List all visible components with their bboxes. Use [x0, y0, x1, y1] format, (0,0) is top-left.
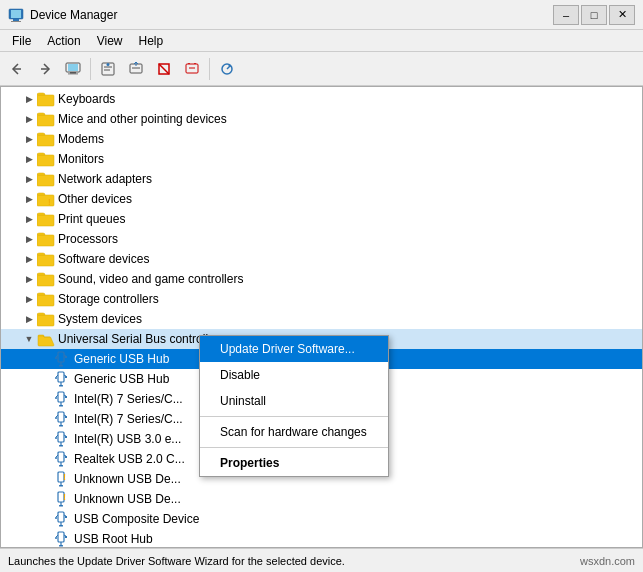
expand-icon[interactable]: ▶ [21, 314, 37, 324]
expand-icon[interactable]: ▶ [21, 154, 37, 164]
usb-icon [53, 411, 71, 427]
tree-item-processors[interactable]: ▶Processors [1, 229, 642, 249]
expand-icon[interactable]: ▶ [21, 194, 37, 204]
usb-warn-icon: ! [53, 491, 71, 507]
expand-icon[interactable]: ▶ [21, 214, 37, 224]
title-bar: Device Manager – □ ✕ [0, 0, 643, 30]
svg-point-61 [55, 417, 57, 419]
svg-rect-23 [37, 95, 54, 106]
usb-icon [53, 351, 71, 367]
context-menu-item-properties[interactable]: Properties [200, 450, 388, 476]
folder-icon [37, 111, 55, 127]
usb-icon [53, 391, 71, 407]
tree-item-unknown2[interactable]: !Unknown USB De... [1, 489, 642, 509]
status-right: wsxdn.com [580, 555, 635, 567]
tree-item-network[interactable]: ▶Network adapters [1, 169, 642, 189]
svg-rect-2 [13, 19, 19, 21]
app-icon [8, 7, 24, 23]
svg-rect-95 [59, 545, 63, 547]
tree-item-software[interactable]: ▶Software devices [1, 249, 642, 269]
expand-icon[interactable]: ▶ [21, 114, 37, 124]
tree-item-label: Modems [58, 132, 104, 146]
tree-item-roothub1[interactable]: USB Root Hub [1, 529, 642, 547]
folder-icon [37, 311, 55, 327]
tree-item-monitors[interactable]: ▶Monitors [1, 149, 642, 169]
computer-button[interactable] [60, 56, 86, 82]
tree-item-other[interactable]: ▶!Other devices [1, 189, 642, 209]
tree-item-label: Sound, video and game controllers [58, 272, 243, 286]
svg-rect-52 [59, 405, 63, 407]
window-controls: – □ ✕ [553, 5, 635, 25]
svg-line-17 [159, 64, 169, 74]
menu-view[interactable]: View [89, 32, 131, 50]
back-button[interactable] [4, 56, 30, 82]
device-tree[interactable]: ▶Keyboards▶Mice and other pointing devic… [1, 87, 642, 547]
svg-rect-30 [37, 215, 54, 226]
svg-rect-77 [65, 456, 67, 458]
folder-icon [37, 271, 55, 287]
forward-button[interactable] [32, 56, 58, 82]
expand-icon[interactable]: ▶ [21, 294, 37, 304]
menu-help[interactable]: Help [131, 32, 172, 50]
minimize-button[interactable]: – [553, 5, 579, 25]
context-menu-item-uninstall[interactable]: Uninstall [200, 388, 388, 414]
tree-item-mice[interactable]: ▶Mice and other pointing devices [1, 109, 642, 129]
usb-icon [53, 431, 71, 447]
tree-item-label: Intel(R) 7 Series/C... [74, 392, 183, 406]
context-menu-item-update[interactable]: Update Driver Software... [200, 336, 388, 362]
tree-item-label: Processors [58, 232, 118, 246]
expand-icon[interactable]: ▶ [21, 134, 37, 144]
tree-item-print[interactable]: ▶Print queues [1, 209, 642, 229]
tree-item-label: Unknown USB De... [74, 472, 181, 486]
svg-rect-33 [37, 275, 54, 286]
tree-item-label: Mice and other pointing devices [58, 112, 227, 126]
svg-text:!: ! [48, 197, 51, 207]
properties-button[interactable] [95, 56, 121, 82]
close-button[interactable]: ✕ [609, 5, 635, 25]
expand-icon[interactable]: ▶ [21, 254, 37, 264]
svg-rect-56 [65, 396, 67, 398]
tree-item-sound[interactable]: ▶Sound, video and game controllers [1, 269, 642, 289]
svg-rect-92 [65, 516, 67, 518]
expand-icon[interactable]: ▼ [21, 334, 37, 344]
menu-file[interactable]: File [4, 32, 39, 50]
svg-point-54 [55, 397, 57, 399]
tree-item-storage[interactable]: ▶Storage controllers [1, 289, 642, 309]
tree-item-label: Other devices [58, 192, 132, 206]
svg-rect-84 [59, 505, 63, 507]
svg-rect-34 [37, 295, 54, 306]
expand-icon[interactable]: ▶ [21, 94, 37, 104]
context-menu-item-disable[interactable]: Disable [200, 362, 388, 388]
svg-rect-26 [37, 155, 54, 166]
tree-item-keyboards[interactable]: ▶Keyboards [1, 89, 642, 109]
menu-action[interactable]: Action [39, 32, 88, 50]
scan-button[interactable] [214, 56, 240, 82]
expand-icon[interactable]: ▶ [21, 174, 37, 184]
tree-item-system[interactable]: ▶System devices [1, 309, 642, 329]
folder-icon [37, 151, 55, 167]
folder-icon [37, 231, 55, 247]
tree-item-composite[interactable]: USB Composite Device [1, 509, 642, 529]
tree-item-label: Software devices [58, 252, 149, 266]
disable-button[interactable] [151, 56, 177, 82]
svg-rect-42 [65, 356, 67, 358]
svg-rect-50 [58, 392, 64, 402]
tree-item-label: Realtek USB 2.0 C... [74, 452, 185, 466]
svg-rect-45 [59, 385, 63, 387]
svg-rect-1 [11, 10, 21, 18]
context-menu-item-scan[interactable]: Scan for hardware changes [200, 419, 388, 445]
maximize-button[interactable]: □ [581, 5, 607, 25]
folder-icon [37, 131, 55, 147]
folder-icon [37, 291, 55, 307]
tree-item-modems[interactable]: ▶Modems [1, 129, 642, 149]
svg-rect-36 [58, 352, 64, 362]
folder-warn-icon: ! [37, 191, 55, 207]
uninstall-button[interactable] [179, 56, 205, 82]
svg-rect-3 [11, 21, 21, 22]
tree-item-label: USB Root Hub [74, 532, 153, 546]
update-driver-button[interactable] [123, 56, 149, 82]
expand-icon[interactable]: ▶ [21, 274, 37, 284]
menu-bar: File Action View Help [0, 30, 643, 52]
expand-icon[interactable]: ▶ [21, 234, 37, 244]
tree-item-label: Storage controllers [58, 292, 159, 306]
